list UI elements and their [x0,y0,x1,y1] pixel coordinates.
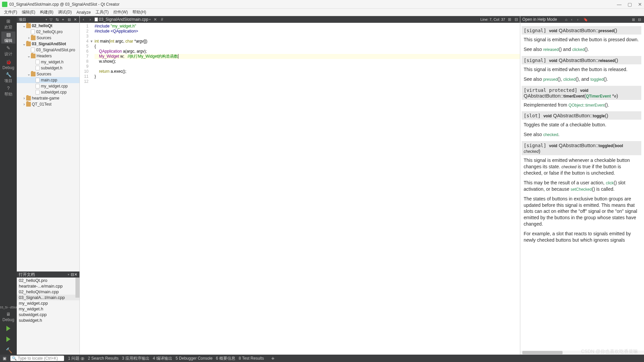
open-file-item[interactable]: subwidget.cpp [17,312,79,317]
expand-icon[interactable]: ⌄ [22,42,26,46]
open-file-item[interactable]: my_widget.h [17,306,79,312]
help-panel: Open in Help Mode ⌂ ‹ › 🔖 ⊞ ⊟ [signal] v… [520,16,644,355]
tree-node[interactable]: ›Sources [17,35,79,41]
open-file-item[interactable]: 02_helloQt.pro [17,278,79,283]
tree-node[interactable]: main.cpp [17,77,79,83]
code-editor[interactable]: 123456789101112 ▾ #include "my_widget.h"… [80,23,520,355]
project-tree[interactable]: ⌄02_helloQt02_helloQt.pro›Sources⌄03_Sig… [17,23,79,272]
mode-帮助[interactable]: ?帮助 [1,85,15,97]
menu-item[interactable]: Analyze [74,9,93,15]
menu-item[interactable]: 文件(F) [2,9,19,16]
expand-icon[interactable]: ⌄ [22,23,26,28]
nav-back-icon[interactable]: ‹ [81,17,86,22]
project-panel-title[interactable]: 项目 [19,17,44,22]
close-editor-icon[interactable]: ✕ [153,17,158,22]
nav-fwd-icon[interactable]: › [88,17,93,22]
tree-node[interactable]: 02_helloQt.pro [17,29,79,35]
dropdown-icon[interactable]: ▾ [46,18,47,21]
expand-icon[interactable]: › [22,96,26,101]
close-panel-icon[interactable]: ✕ [73,17,77,22]
mode-Debug[interactable]: 🐞Debug [1,58,15,70]
tree-node[interactable]: my_widget.cpp [17,83,79,89]
output-tab[interactable]: 8 Test Results [239,356,264,361]
split-icon[interactable]: ⊞ [632,17,636,22]
expand-icon[interactable]: › [22,102,26,107]
build-button[interactable]: 🔨 [2,345,14,355]
locator-input[interactable]: 🔍 Type to locate (Ctrl+K) [10,356,64,361]
debug-run-button[interactable] [2,335,14,344]
open-file-item[interactable]: my_widget.cpp [17,300,79,306]
tree-node[interactable]: 03_SignalAndSlot.pro [17,47,79,53]
run-button[interactable] [2,324,14,333]
tree-node[interactable]: my_widget.h [17,59,79,65]
mode-编辑[interactable]: ▤编辑 [1,32,15,44]
open-file-item[interactable]: subwidget.h [17,317,79,323]
add-icon[interactable]: + [61,17,65,22]
open-file-item[interactable]: 03_SignalA...t/main.cpp [17,295,79,300]
split-icon[interactable]: ⊟ [71,272,74,277]
open-file-item[interactable]: heartrate-...e/main.cpp [17,283,79,289]
back-icon[interactable]: ‹ [571,17,575,21]
sidebar-toggle-icon[interactable]: ▣ [3,356,6,361]
menu-item[interactable]: 调试(D) [56,9,74,16]
more-icon[interactable]: ≑ [271,356,275,361]
menu-item[interactable]: 控件(W) [111,9,130,16]
tree-node[interactable]: subwidget.h [17,65,79,71]
file-icon [36,90,40,95]
help-paragraph: See also checked. [522,129,641,139]
split-h-icon[interactable]: ⊞ [507,17,512,22]
tree-node[interactable]: ›heartrate-game [17,95,79,101]
forward-icon[interactable]: › [577,17,581,21]
close-button[interactable]: ✕ [638,2,642,7]
fold-column[interactable]: ▾ [91,23,95,355]
file-path-dropdown[interactable]: 03_SignalAndSlot/main.cpp ▾ [95,17,151,22]
mode-项目[interactable]: 🔧项目 [1,72,15,84]
split-v-icon[interactable]: ⊟ [514,17,519,22]
line-col-indicator[interactable]: Line: 7, Col: 37 [480,17,505,21]
tree-node[interactable]: ⌄Headers [17,53,79,59]
help-paragraph: This signal is emitted when the button i… [522,35,641,44]
tree-node[interactable]: ⌄03_SignalAndSlot [17,41,79,47]
tree-node[interactable]: ⌄Sources [17,71,79,77]
tree-node[interactable]: ›QT_01Test [17,101,79,107]
scrollbar-thumb[interactable] [75,278,79,298]
expand-icon[interactable]: ⌄ [27,54,31,58]
help-content[interactable]: [signal] void QAbstractButton::pressed()… [520,23,644,351]
link-icon[interactable]: ⇆ [55,17,59,22]
output-tab[interactable]: 1 问题 2 [68,356,84,361]
minimize-button[interactable]: — [617,2,622,7]
home-icon[interactable]: ⌂ [565,17,569,21]
tree-node[interactable]: ⌄02_helloQt [17,23,79,29]
help-paragraph: Toggles the state of a checkable button. [522,120,641,129]
split-icon[interactable]: ⊟ [67,17,71,22]
expand-icon[interactable]: ⌄ [27,72,31,76]
close-help-icon[interactable]: ⊟ [638,17,642,22]
help-scrollbar[interactable] [520,351,644,355]
menu-item[interactable]: 帮助(H) [130,9,148,16]
kit-selector[interactable]: 🖥Debug [1,310,15,322]
maximize-button[interactable]: ▢ [628,2,632,7]
menu-item[interactable]: 构建(B) [38,9,55,16]
bookmark-icon[interactable]: 🔖 [583,17,587,22]
mode-设计[interactable]: ✎设计 [1,45,15,57]
mode-欢迎[interactable]: ⊞欢迎 [1,18,15,30]
symbol-dropdown[interactable]: # [160,17,164,22]
output-tab[interactable]: 5 Debugger Console [176,356,213,361]
dropdown-icon[interactable]: ▾ [68,273,69,276]
open-file-item[interactable]: 02_helloQt/main.cpp [17,289,79,295]
menu-item[interactable]: 工具(T) [94,9,111,16]
folder-icon [31,54,36,58]
filter-icon[interactable]: ▽ [49,17,53,22]
output-tab[interactable]: 3 应用程序输出 [122,356,150,361]
file-icon [31,29,35,34]
close-icon[interactable]: ✕ [74,272,77,277]
tree-node[interactable]: subwidget.cpp [17,89,79,95]
output-tab[interactable]: 2 Search Results [88,356,118,361]
output-tab[interactable]: 4 编译输出 [153,356,172,361]
expand-icon[interactable]: › [27,36,31,40]
mode-bar: ⊞欢迎▤编辑✎设计🐞Debug🔧项目?帮助 03_Si···dSlot 🖥Deb… [0,16,17,355]
open-files-list[interactable]: 02_helloQt.proheartrate-...e/main.cpp02_… [17,278,79,355]
output-tab[interactable]: 6 概要信息 [216,356,235,361]
menu-item[interactable]: 编辑(E) [20,9,37,16]
kit-label[interactable]: 03_Si···dSlot [0,306,17,309]
